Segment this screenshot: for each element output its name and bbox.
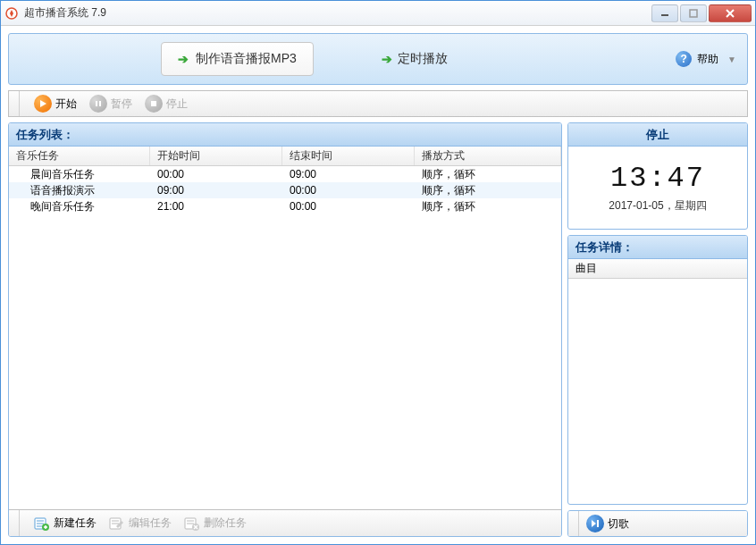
track-column-header[interactable]: 曲目 [568,259,747,279]
cell-name: 语音播报演示 [9,183,150,198]
cell-start: 21:00 [150,200,282,213]
pause-button[interactable]: 暂停 [89,95,132,113]
col-header-end[interactable]: 结束时间 [282,147,415,165]
task-table: 音乐任务 开始时间 结束时间 播放方式 晨间音乐任务 00:00 09:00 顺… [9,147,561,509]
make-mp3-button[interactable]: ➔ 制作语音播报MP3 [161,42,314,76]
skip-box: 切歌 [567,510,748,537]
cell-mode: 顺序，循环 [415,199,561,214]
svg-rect-7 [99,101,101,106]
clock-area: 13:47 2017-01-05，星期四 [568,147,747,229]
svg-marker-25 [592,520,596,527]
clock-date: 2017-01-05，星期四 [609,198,706,214]
app-window: 超市播音系统 7.9 ➔ 制作语音播报MP3 ➔ 定时播放 ? 帮助 ▼ [0,0,756,545]
skip-bar: 切歌 [568,511,747,536]
skip-icon [586,515,604,532]
cell-end: 09:00 [282,168,415,180]
svg-rect-2 [690,10,697,17]
chevron-down-icon: ▼ [727,54,736,64]
clock-time: 13:47 [610,162,705,195]
table-row[interactable]: 晚间音乐任务 21:00 00:00 顺序，循环 [9,198,561,214]
skip-track-button[interactable]: 切歌 [586,515,629,532]
new-task-icon [34,516,50,531]
maximize-button[interactable] [680,4,707,22]
help-icon: ? [676,51,692,67]
play-icon [34,95,52,113]
col-header-start[interactable]: 开始时间 [150,147,282,165]
main-split: 任务列表： 音乐任务 开始时间 结束时间 播放方式 晨间音乐任务 00:00 0… [8,122,748,537]
task-detail-header: 任务详情： [568,236,747,259]
minimize-button[interactable] [651,4,678,22]
cell-start: 00:00 [150,168,282,180]
status-box: 停止 13:47 2017-01-05，星期四 [567,122,748,230]
toolbar-grip [14,510,20,536]
cell-end: 00:00 [282,200,415,213]
svg-rect-26 [597,520,599,527]
help-label: 帮助 [697,52,718,67]
play-button[interactable]: 开始 [34,95,77,113]
new-task-button[interactable]: 新建任务 [34,516,97,531]
task-list-header: 任务列表： [9,123,561,147]
window-controls [651,4,752,22]
edit-task-label: 编辑任务 [129,516,172,531]
pause-icon [89,95,107,113]
stop-button[interactable]: 停止 [145,95,188,113]
svg-rect-8 [151,101,156,106]
stop-icon [145,95,163,113]
arrow-right-icon: ➔ [178,52,189,66]
delete-task-label: 删除任务 [204,516,247,531]
svg-rect-6 [96,101,97,106]
cell-name: 晨间音乐任务 [9,167,150,182]
app-icon [4,6,19,21]
toolbar-grip [14,91,20,116]
status-header: 停止 [568,123,747,147]
col-header-mode[interactable]: 播放方式 [415,147,561,165]
cell-mode: 顺序，循环 [415,183,561,198]
cell-name: 晚间音乐任务 [9,199,150,214]
playback-toolbar: 开始 暂停 停止 [8,90,748,117]
delete-task-icon [184,516,200,531]
timed-play-label: 定时播放 [398,51,448,67]
pause-label: 暂停 [111,96,132,112]
track-column-label: 曲目 [575,261,597,276]
stop-label: 停止 [166,96,188,112]
table-row[interactable]: 语音播报演示 09:00 00:00 顺序，循环 [9,182,561,198]
skip-label: 切歌 [608,516,629,532]
table-body: 晨间音乐任务 00:00 09:00 顺序，循环 语音播报演示 09:00 00… [9,166,561,214]
arrow-right-icon: ➔ [382,52,392,66]
edit-task-icon [109,516,125,531]
main-toolbar: ➔ 制作语音播报MP3 ➔ 定时播放 ? 帮助 ▼ [8,33,748,85]
task-list-panel: 任务列表： 音乐任务 开始时间 结束时间 播放方式 晨间音乐任务 00:00 0… [8,122,562,537]
content-area: ➔ 制作语音播报MP3 ➔ 定时播放 ? 帮助 ▼ 开始 [1,26,755,544]
new-task-label: 新建任务 [54,516,97,531]
col-header-name[interactable]: 音乐任务 [9,147,150,165]
delete-task-button[interactable]: 删除任务 [184,516,247,531]
right-panel: 停止 13:47 2017-01-05，星期四 任务详情： 曲目 [567,122,748,537]
table-row[interactable]: 晨间音乐任务 00:00 09:00 顺序，循环 [9,166,561,182]
make-mp3-label: 制作语音播报MP3 [196,51,297,67]
play-label: 开始 [55,96,77,112]
svg-marker-5 [40,100,46,107]
edit-task-button[interactable]: 编辑任务 [109,516,172,531]
cell-start: 09:00 [150,184,282,197]
close-button[interactable] [709,4,752,22]
timed-play-link[interactable]: ➔ 定时播放 [382,51,448,67]
titlebar: 超市播音系统 7.9 [1,1,755,26]
track-list [568,279,747,504]
task-actions-toolbar: 新建任务 编辑任务 删除任务 [9,509,561,536]
table-header-row: 音乐任务 开始时间 结束时间 播放方式 [9,147,561,166]
help-button[interactable]: ? 帮助 ▼ [676,51,736,67]
window-title: 超市播音系统 7.9 [24,5,651,21]
cell-end: 00:00 [282,184,415,197]
task-detail-box: 任务详情： 曲目 [567,235,748,505]
toolbar-grip [574,511,579,536]
cell-mode: 顺序，循环 [415,167,561,182]
